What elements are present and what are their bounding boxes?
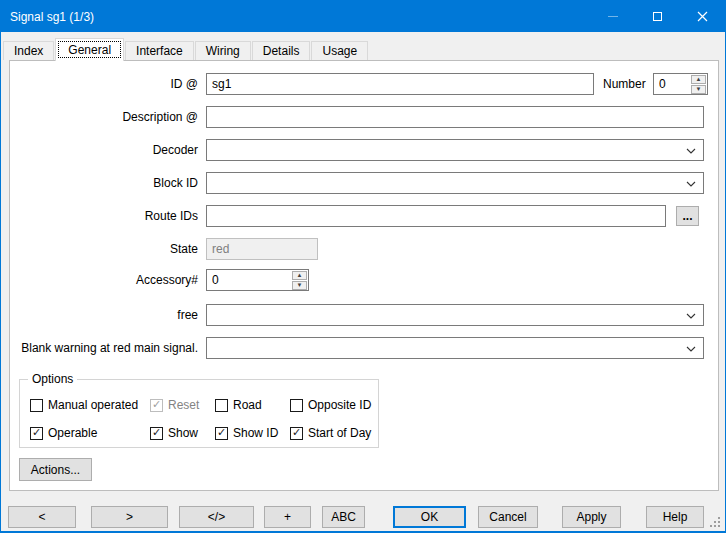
blank-warning-label: Blank warning at red main signal. (10, 337, 198, 359)
ok-button[interactable]: OK (393, 506, 466, 528)
spin-up-icon: ▲ (297, 272, 303, 278)
apply-button[interactable]: Apply (562, 506, 621, 528)
route-ids-browse-button[interactable]: ... (676, 206, 699, 226)
state-input (206, 238, 318, 260)
title-bar: Signal sg1 (1/3) (1, 1, 725, 32)
tab-index[interactable]: Index (3, 41, 54, 60)
maximize-button[interactable] (635, 1, 680, 32)
dropdown-icon (686, 148, 696, 154)
accessory-spin-up-button[interactable]: ▲ (292, 271, 307, 280)
checkbox-show[interactable]: ✓ Show (150, 426, 198, 440)
decoder-combobox[interactable] (206, 139, 704, 161)
xml-button[interactable]: </> (179, 506, 254, 528)
tab-details[interactable]: Details (252, 41, 311, 60)
dropdown-icon (686, 313, 696, 319)
checkbox-manual-operated[interactable]: ✓ Manual operated (30, 398, 138, 412)
ellipsis-icon: ... (682, 209, 692, 223)
spin-down-icon: ▼ (297, 282, 303, 288)
check-icon: ✓ (152, 399, 161, 410)
tab-interface[interactable]: Interface (125, 41, 194, 60)
description-label: Description @ (10, 106, 198, 128)
tab-general[interactable]: General (55, 38, 124, 61)
prev-button[interactable]: < (8, 506, 76, 528)
options-group: Options ✓ Manual operated ✓ Reset ✓ Road… (19, 379, 379, 448)
blank-warning-combobox[interactable] (206, 337, 704, 359)
tab-wiring[interactable]: Wiring (195, 41, 251, 60)
cancel-button[interactable]: Cancel (478, 506, 538, 528)
route-ids-input[interactable] (206, 205, 666, 227)
actions-button[interactable]: Actions... (19, 458, 92, 481)
id-label: ID @ (10, 73, 198, 95)
accessory-input[interactable] (207, 270, 292, 290)
accessory-label: Accessory# (10, 269, 198, 291)
minimize-button[interactable] (590, 1, 635, 32)
number-spin-up-button[interactable]: ▲ (691, 75, 706, 84)
checkbox-road[interactable]: ✓ Road (215, 398, 262, 412)
close-button[interactable] (680, 1, 725, 32)
dropdown-icon (686, 346, 696, 352)
number-spinner: ▲ ▼ (653, 73, 708, 95)
checkbox-opposite-id[interactable]: ✓ Opposite ID (290, 398, 371, 412)
tab-bar: Index General Interface Wiring Details U… (3, 38, 369, 60)
check-icon: ✓ (152, 427, 161, 438)
description-input[interactable] (206, 106, 704, 128)
options-group-legend: Options (28, 372, 77, 386)
check-icon: ✓ (292, 427, 301, 438)
accessory-spin-down-button[interactable]: ▼ (292, 281, 307, 290)
free-combobox[interactable] (206, 304, 704, 326)
spin-up-icon: ▲ (696, 76, 702, 82)
decoder-label: Decoder (10, 139, 198, 161)
block-id-combobox[interactable] (206, 172, 704, 194)
next-button[interactable]: > (91, 506, 168, 528)
state-label: State (10, 238, 198, 260)
tab-usage[interactable]: Usage (311, 41, 368, 60)
resize-grip[interactable] (709, 516, 722, 529)
window-controls (590, 1, 725, 32)
minimize-icon (608, 16, 618, 17)
check-icon: ✓ (217, 427, 226, 438)
checkbox-operable[interactable]: ✓ Operable (30, 426, 97, 440)
maximize-icon (653, 12, 662, 21)
window-title: Signal sg1 (1/3) (1, 10, 94, 24)
dialog-window: Signal sg1 (1/3) Index General Interface… (0, 0, 726, 533)
free-label: free (10, 304, 198, 326)
checkbox-reset: ✓ Reset (150, 398, 199, 412)
general-tab-page: ID @ Number ▲ ▼ Description @ Decoder Bl… (9, 60, 719, 491)
block-id-label: Block ID (10, 172, 198, 194)
number-input[interactable] (654, 74, 691, 94)
number-spin-down-button[interactable]: ▼ (691, 85, 706, 94)
help-button[interactable]: Help (646, 506, 704, 528)
spin-down-icon: ▼ (696, 86, 702, 92)
add-button[interactable]: + (264, 506, 311, 528)
accessory-spinner: ▲ ▼ (206, 269, 309, 291)
checkbox-start-of-day[interactable]: ✓ Start of Day (290, 426, 371, 440)
check-icon: ✓ (32, 427, 41, 438)
abc-button[interactable]: ABC (322, 506, 365, 528)
route-ids-label: Route IDs (10, 205, 198, 227)
dropdown-icon (686, 181, 696, 187)
number-label: Number (603, 73, 646, 95)
close-icon (697, 11, 708, 22)
id-input[interactable] (206, 73, 594, 95)
checkbox-show-id[interactable]: ✓ Show ID (215, 426, 278, 440)
